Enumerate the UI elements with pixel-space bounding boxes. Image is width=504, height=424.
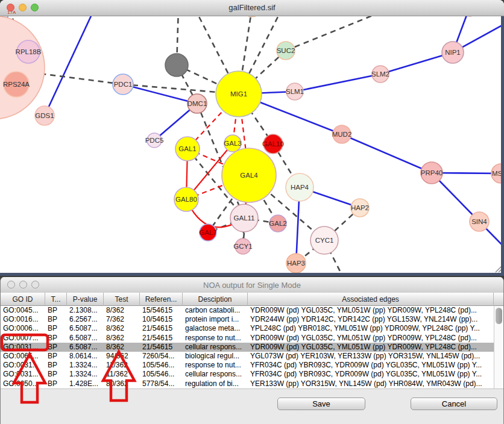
node-label: PDC1 — [114, 81, 133, 88]
node-label: GAL3 — [224, 140, 241, 147]
table-row[interactable]: GO:0050...BP1.428E...80/3625778/54...reg… — [1, 379, 494, 388]
node-hap2[interactable]: HAP2 — [351, 199, 369, 217]
table-cell: BP — [45, 352, 67, 361]
node-gal1[interactable]: GAL1 — [175, 137, 200, 161]
table-cell: 7/362 — [104, 315, 140, 324]
column-header-t-[interactable]: T... — [45, 293, 67, 306]
node-label: HAP3 — [287, 260, 305, 267]
node-bigpink[interactable] — [0, 16, 45, 119]
table-cell: 5778/54... — [140, 379, 183, 388]
table-row[interactable]: GO:0031...BP1.3324...11/362105/546...cel… — [1, 370, 494, 379]
node-mig1[interactable]: MIG1 — [216, 71, 262, 117]
node-label: GCY1 — [233, 243, 252, 250]
dialog-titlebar[interactable]: NOA output for Single Mode — [1, 277, 503, 293]
clipped-node-label: 17A — [7, 10, 16, 15]
column-header-p-value[interactable]: P-value — [67, 293, 104, 306]
noa-output-dialog: NOA output for Single Mode GO IDT...P-va… — [0, 277, 504, 424]
table-cell: BP — [45, 361, 67, 370]
table-cell: 11/362 — [104, 361, 140, 370]
table-cell: BP — [45, 334, 67, 343]
column-header-go-id[interactable]: GO ID — [1, 293, 45, 306]
table-cell: YDR244W (pp) YDR142C, YDR142C (pp) YGL15… — [248, 315, 494, 324]
node-mud2[interactable]: MUD2 — [332, 125, 352, 143]
vertical-scrollbar[interactable] — [494, 306, 504, 388]
edge — [295, 74, 380, 92]
node-hap4[interactable]: HAP4 — [286, 173, 313, 201]
edge — [342, 134, 432, 173]
node-label: CYC1 — [315, 237, 334, 244]
table-row[interactable]: GO:0016...BP6.2567...7/36210/54615protei… — [1, 315, 494, 324]
dialog-title: NOA output for Single Mode — [1, 281, 503, 290]
table-row[interactable]: GO:0006...BP6.5087...8/36221/54615galact… — [1, 324, 494, 333]
node-sin4[interactable]: SIN4 — [470, 212, 489, 231]
table-cell: 8/362 — [104, 306, 140, 315]
graph-window-title: galFiltered.sif — [0, 3, 504, 12]
table-cell: GO:0031... — [1, 343, 45, 352]
node-hap3[interactable]: HAP3 — [286, 254, 306, 273]
window-border-right — [501, 16, 504, 276]
scrollbar-thumb[interactable] — [496, 308, 502, 324]
node-cyc1[interactable]: CYC1 — [310, 226, 338, 254]
table-cell: GO:0006... — [1, 324, 45, 333]
node-nip1[interactable]: NIP1 — [442, 42, 464, 63]
node-label: SUC2 — [277, 47, 295, 54]
node-gds1[interactable]: GDS1 — [35, 106, 54, 125]
table-cell: YFR034C (pd) YBR093C, YDR009W (pd) YGL03… — [248, 370, 494, 379]
node-pdc1[interactable]: PDC1 — [113, 74, 133, 95]
table-cell: YDR009W (pd) YGL035C, YML051W (pp) YDR00… — [248, 306, 494, 315]
save-button[interactable]: Save — [277, 398, 365, 410]
network-canvas[interactable]: RPL18BRPS24AGDS1PDC1DMC1MIG1SUC2SLM1SLM2… — [0, 16, 504, 276]
table-cell: BP — [45, 324, 67, 333]
table-cell: 8/362 — [104, 334, 140, 343]
node-suc2[interactable]: SUC2 — [277, 42, 295, 60]
column-header-referen-[interactable]: Referen... — [140, 293, 183, 306]
table-cell: GO:0065... — [1, 352, 45, 361]
column-header-test[interactable]: Test — [104, 293, 140, 306]
edge — [123, 84, 197, 104]
table-cell: galactose meta... — [183, 324, 248, 333]
node-label: SLM2 — [371, 70, 389, 78]
table-cell: 7260/54... — [140, 352, 183, 361]
node-slm1[interactable]: SLM1 — [286, 83, 304, 100]
table-cell: 8/362 — [104, 324, 140, 333]
node-gal3[interactable]: GAL3 — [224, 135, 241, 152]
table-row[interactable]: GO:0007...BP6.5087...8/36221/54615respon… — [1, 334, 494, 343]
table-cell: 10/54615 — [140, 315, 183, 324]
table-row[interactable]: GO:0065...BP8.0614...94/3627260/54...bio… — [1, 352, 494, 361]
table-cell: 6.2567... — [67, 315, 104, 324]
column-header-associated-edges[interactable]: Associated edges — [248, 293, 494, 306]
table-cell: BP — [45, 379, 67, 388]
table-row[interactable]: GO:0031...BP6.5087...8/36221/54615cellul… — [1, 343, 494, 352]
table-cell: cellular respons... — [183, 343, 248, 352]
node-gcy1[interactable]: GCY1 — [233, 238, 252, 254]
node-label: PRP40 — [421, 169, 443, 176]
cancel-button[interactable]: Cancel — [411, 398, 497, 410]
node-prp40[interactable]: PRP40 — [421, 162, 443, 184]
node-rps24a[interactable]: RPS24A — [3, 72, 30, 97]
node-label: GAL4 — [240, 172, 258, 179]
node-gal11[interactable]: GAL11 — [230, 204, 258, 232]
column-header-desciption[interactable]: Desciption — [183, 293, 248, 306]
node-dmc1[interactable]: DMC1 — [187, 94, 207, 113]
node-gal4[interactable]: GAL4 — [222, 148, 276, 202]
node-label: HAP2 — [351, 204, 369, 211]
table-cell: 1.3324... — [67, 370, 104, 379]
table-cell: 80/362 — [104, 379, 140, 388]
node-gal7[interactable]: GAL7 — [199, 224, 216, 241]
results-table: GO:0045...BP2.1308...8/36215/54615carbon… — [1, 306, 494, 388]
table-row[interactable]: GO:0031...BP1.3324...11/362105/546...res… — [1, 361, 494, 370]
node-label: MIG1 — [230, 90, 247, 98]
node-label: HAP4 — [291, 184, 309, 191]
table-cell: 105/546... — [140, 361, 183, 370]
node-gal10[interactable]: GAL10 — [262, 134, 284, 154]
graph-window-titlebar[interactable]: galFiltered.sif — [0, 0, 504, 16]
table-cell: YPL248C (pd) YBR018C, YML051W (pp) YDR00… — [248, 324, 494, 333]
node-slm2[interactable]: SLM2 — [371, 66, 389, 83]
node-label: SIN4 — [471, 218, 487, 225]
table-cell: 6.5087... — [67, 334, 104, 343]
table-row[interactable]: GO:0045...BP2.1308...8/36215/54615carbon… — [1, 306, 494, 315]
node-gal80[interactable]: GAL80 — [174, 187, 198, 211]
table-cell: GO:0031... — [1, 361, 45, 370]
node-gal2[interactable]: GAL2 — [269, 215, 286, 232]
node-gray[interactable] — [165, 54, 188, 76]
